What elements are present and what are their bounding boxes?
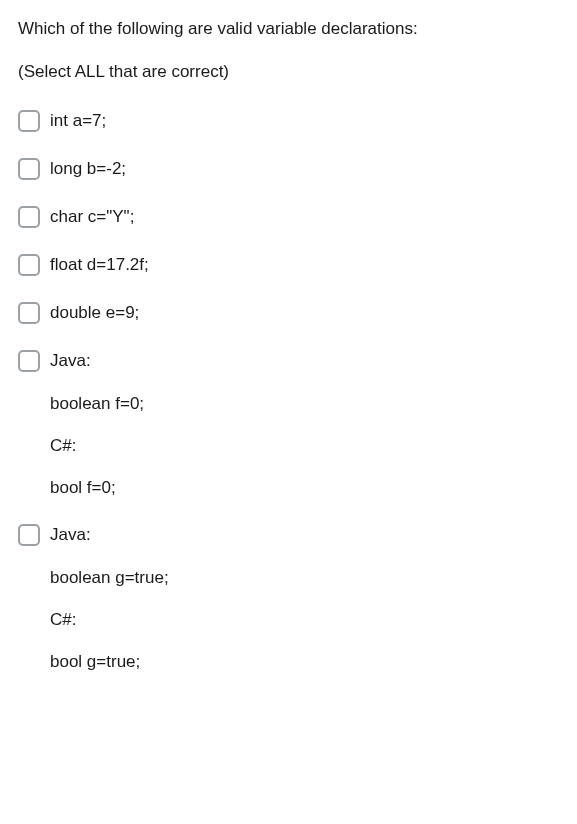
question-text: Which of the following are valid variabl… — [18, 16, 559, 42]
checkbox[interactable] — [18, 254, 40, 276]
options-list: int a=7;long b=-2;char c="Y";float d=17.… — [18, 110, 559, 673]
option-1: long b=-2; — [18, 158, 559, 180]
option-sub-line: boolean g=true; — [50, 568, 559, 588]
option-4: double e=9; — [18, 302, 559, 324]
option-label: Java: — [50, 524, 91, 546]
checkbox[interactable] — [18, 350, 40, 372]
option-row: Java: — [18, 350, 559, 372]
option-0: int a=7; — [18, 110, 559, 132]
option-sub-line: C#: — [50, 436, 559, 456]
checkbox[interactable] — [18, 302, 40, 324]
option-row: Java: — [18, 524, 559, 546]
option-label: float d=17.2f; — [50, 254, 149, 276]
option-sub-line: bool g=true; — [50, 652, 559, 672]
option-label: double e=9; — [50, 302, 139, 324]
checkbox[interactable] — [18, 524, 40, 546]
checkbox[interactable] — [18, 158, 40, 180]
option-label: char c="Y"; — [50, 206, 134, 228]
checkbox[interactable] — [18, 206, 40, 228]
option-6: Java:boolean g=true;C#:bool g=true; — [18, 524, 559, 672]
option-sub-line: boolean f=0; — [50, 394, 559, 414]
option-row: char c="Y"; — [18, 206, 559, 228]
option-sub-line: bool f=0; — [50, 478, 559, 498]
option-5: Java:boolean f=0;C#:bool f=0; — [18, 350, 559, 498]
option-row: int a=7; — [18, 110, 559, 132]
option-row: long b=-2; — [18, 158, 559, 180]
option-row: double e=9; — [18, 302, 559, 324]
option-3: float d=17.2f; — [18, 254, 559, 276]
option-row: float d=17.2f; — [18, 254, 559, 276]
option-label: Java: — [50, 350, 91, 372]
option-sub-lines: boolean f=0;C#:bool f=0; — [18, 394, 559, 498]
option-sub-line: C#: — [50, 610, 559, 630]
option-2: char c="Y"; — [18, 206, 559, 228]
instruction-text: (Select ALL that are correct) — [18, 62, 559, 82]
option-sub-lines: boolean g=true;C#:bool g=true; — [18, 568, 559, 672]
option-label: int a=7; — [50, 110, 106, 132]
checkbox[interactable] — [18, 110, 40, 132]
option-label: long b=-2; — [50, 158, 126, 180]
